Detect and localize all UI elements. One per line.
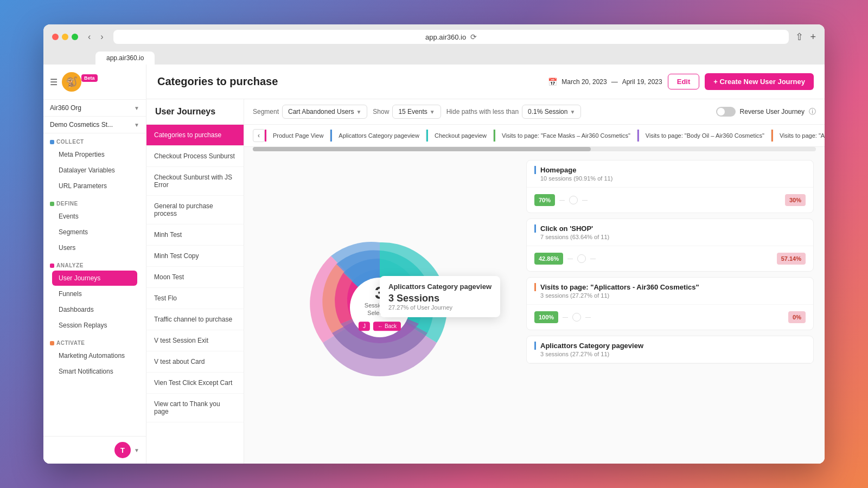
store-selector[interactable]: Demo Cosmetics St... ▼	[43, 117, 146, 133]
date-separator: —	[611, 78, 618, 86]
reverse-journey-toggle-container: Reverse User Journey ⓘ	[716, 107, 816, 117]
steps-prev-button[interactable]: ‹	[253, 129, 265, 142]
steps-scrollbar[interactable]	[253, 147, 816, 151]
sunburst-j-button[interactable]: J	[359, 322, 370, 331]
sidebar-section-activate: ACTIVATE Marketing Automations Smart Not…	[43, 335, 146, 381]
back-nav-button[interactable]: ‹	[85, 31, 94, 43]
tooltip: Aplicattors Category pageview 3 Sessions…	[380, 276, 500, 317]
reverse-journey-toggle[interactable]	[716, 107, 736, 117]
hide-chevron-icon: ▼	[570, 109, 575, 115]
journey-item-v-test-card[interactable]: V test about Card	[146, 351, 244, 373]
user-avatar[interactable]: T	[114, 442, 131, 458]
journey-item-vien-test[interactable]: Vien Test Click Except Cart	[146, 373, 244, 394]
address-bar[interactable]: app.air360.io ⟳	[113, 30, 789, 44]
reverse-journey-label: Reverse User Journey	[740, 108, 805, 115]
org-chevron-icon: ▼	[134, 105, 139, 111]
segment-select[interactable]: Cart Abandoned Users ▼	[282, 105, 367, 119]
sidebar-item-url-parameters[interactable]: URL Parameters	[52, 178, 137, 194]
sidebar: ☰ 🐒 Beta Air360 Org ▼ Demo Cosmetics St.…	[43, 65, 146, 464]
metric-green-100: 100%	[534, 311, 558, 323]
sidebar-item-funnels[interactable]: Funnels	[52, 286, 137, 301]
node-card-homepage-header: Homepage 10 sessions (90.91% of 11)	[527, 160, 813, 188]
journey-item-moon-test[interactable]: Moon Test	[146, 267, 244, 288]
segment-control: Segment Cart Abandoned Users ▼	[253, 105, 367, 119]
journey-item-checkout-js-error[interactable]: Checkout Sunburst with JS Error	[146, 167, 244, 196]
node-card-cat-pageview-header: Aplicattors Category pageview 3 sessions…	[527, 336, 813, 363]
journey-item-view-cart[interactable]: View cart to Thank you page	[146, 394, 244, 422]
sidebar-item-meta-properties[interactable]: Meta Properties	[52, 147, 137, 162]
journey-list-header: User Journeys	[146, 99, 244, 125]
journey-item-general[interactable]: General to purchase process	[146, 196, 244, 224]
info-icon[interactable]: ⓘ	[809, 107, 816, 117]
metric-pink-5714: 57.14%	[777, 253, 806, 265]
sidebar-item-segments[interactable]: Segments	[52, 224, 137, 240]
hide-select[interactable]: 0.1% Session ▼	[522, 105, 581, 119]
sidebar-item-datalayer-variables[interactable]: Datalayer Variables	[52, 163, 137, 178]
reload-button[interactable]: ⟳	[470, 33, 477, 41]
sidebar-item-events[interactable]: Events	[52, 209, 137, 224]
segment-label: Segment	[253, 108, 279, 115]
minimize-button[interactable]	[62, 34, 68, 40]
show-select[interactable]: 15 Events ▼	[392, 105, 441, 119]
metric-row-shop-1: 42.86% 57.14%	[534, 251, 806, 267]
node-card-aplicattors-body: 100% 0%	[527, 305, 813, 330]
step-face-masks[interactable]: Visits to page: "Face Masks – Air360 Cos…	[494, 130, 637, 142]
sunburst-back-button[interactable]: ← Back	[373, 322, 401, 331]
tab-bar: app.air360.io	[52, 48, 816, 65]
hamburger-icon[interactable]: ☰	[50, 77, 58, 87]
date-end: April 19, 2023	[622, 78, 662, 86]
journey-item-minh-test-copy[interactable]: Minh Test Copy	[146, 246, 244, 267]
step-aplicattors-page[interactable]: Visits to page: "Aplicattors – Air360 Co…	[771, 130, 825, 142]
maximize-button[interactable]	[72, 34, 78, 40]
metric-divider-1	[559, 200, 565, 201]
toggle-knob	[717, 108, 725, 115]
sidebar-item-user-journeys[interactable]: User Journeys	[52, 271, 137, 286]
step-body-oil[interactable]: Visits to page: "Body Oil – Air360 Cosme…	[637, 130, 771, 142]
node-card-cat-pageview: Aplicattors Category pageview 3 sessions…	[526, 336, 814, 364]
hide-label: Hide paths with less than	[446, 108, 519, 115]
node-card-aplicattors: Visits to page: "Aplicattors - Air360 Co…	[526, 277, 814, 330]
store-name: Demo Cosmetics St...	[50, 121, 113, 129]
journey-item-test-flo[interactable]: Test Flo	[146, 288, 244, 309]
forward-nav-button[interactable]: ›	[97, 31, 106, 43]
create-journey-button[interactable]: + Create New User Journey	[705, 73, 814, 90]
sunburst-nav: J ← Back	[359, 322, 401, 331]
active-tab[interactable]: app.air360.io	[95, 52, 155, 65]
step-product-page-view[interactable]: Product Page View	[265, 130, 330, 142]
journey-item-v-test-session[interactable]: V test Session Exit	[146, 330, 244, 351]
sidebar-footer: T ▼	[43, 436, 146, 464]
beta-badge: Beta	[81, 74, 98, 82]
new-tab-button[interactable]: +	[810, 31, 816, 43]
analyze-section-label: ANALYZE	[50, 262, 139, 268]
calendar-icon: 📅	[548, 78, 557, 86]
nav-buttons: ‹ ›	[85, 31, 107, 43]
journey-item-categories[interactable]: Categories to purchase	[146, 125, 244, 146]
node-title-shop: Click on 'SHOP'	[534, 224, 806, 233]
sidebar-item-marketing-automations[interactable]: Marketing Automations	[52, 348, 137, 363]
header-actions: 📅 March 20, 2023 — April 19, 2023 Edit +…	[548, 73, 814, 90]
sidebar-item-session-replays[interactable]: Session Replays	[52, 318, 137, 333]
journey-item-minh-test[interactable]: Minh Test	[146, 224, 244, 246]
steps-bar: ‹ Product Page View Aplicattors Category…	[244, 125, 825, 147]
hide-control: Hide paths with less than 0.1% Session ▼	[446, 105, 582, 119]
sidebar-item-dashboards[interactable]: Dashboards	[52, 302, 137, 317]
journey-item-traffic-channel[interactable]: Traffic channel to purchase	[146, 309, 244, 330]
org-selector[interactable]: Air360 Org ▼	[43, 100, 146, 117]
share-button[interactable]: ⇧	[795, 31, 803, 43]
metric-divider-5	[563, 317, 568, 318]
node-sub-homepage: 10 sessions (90.91% of 11)	[534, 175, 806, 182]
close-button[interactable]	[52, 34, 59, 40]
step-aplicattors-category[interactable]: Aplicattors Category pageview	[330, 130, 426, 142]
sidebar-item-users[interactable]: Users	[52, 240, 137, 255]
metric-row-aplicattors: 100% 0%	[534, 309, 806, 325]
metric-divider-6	[585, 317, 591, 318]
traffic-lights	[52, 34, 78, 40]
show-chevron-icon: ▼	[430, 109, 435, 115]
sidebar-item-smart-notifications[interactable]: Smart Notifications	[52, 364, 137, 379]
edit-button[interactable]: Edit	[668, 74, 700, 89]
step-checkout[interactable]: Checkout pageview	[426, 130, 494, 142]
journey-item-checkout-process[interactable]: Checkout Process Sunburst	[146, 146, 244, 167]
chart-section: 3 Sessions inSelection J ← Back	[244, 151, 515, 464]
node-card-homepage-body: 70% 30%	[527, 188, 813, 213]
metric-divider-3	[567, 259, 573, 259]
